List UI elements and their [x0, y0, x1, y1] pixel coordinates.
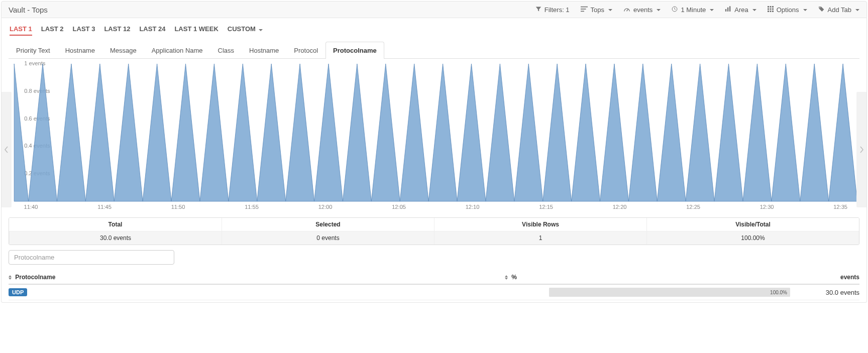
percent-label: 100.0%: [770, 290, 787, 295]
summary-header: Total: [9, 218, 222, 231]
col-pct[interactable]: %: [505, 274, 545, 281]
table-header: Protocolname % events: [9, 274, 859, 285]
svg-rect-15: [768, 11, 769, 12]
time-tab-last-3[interactable]: LAST 3: [73, 25, 95, 36]
col-tab-application-name[interactable]: Application Name: [144, 42, 210, 59]
svg-rect-1: [581, 9, 586, 10]
time-tab-last-24[interactable]: LAST 24: [139, 25, 165, 36]
gauge-icon: [623, 6, 630, 14]
tops-label: Tops: [591, 6, 604, 14]
col-tab-protocolname[interactable]: Protocolname: [325, 42, 384, 59]
chevron-left-icon: [4, 146, 9, 154]
svg-text:12:30: 12:30: [760, 204, 774, 210]
summary-header: Visible Rows: [434, 218, 646, 231]
topbar: Vault - Tops Filters: 1 Tops events: [1, 1, 867, 18]
caret-down-icon: [608, 9, 612, 11]
svg-rect-7: [727, 8, 728, 12]
area-label: Area: [734, 6, 748, 14]
caret-down-icon: [752, 9, 756, 11]
svg-text:11:55: 11:55: [245, 204, 259, 210]
col-tab-protocol[interactable]: Protocol: [286, 42, 325, 59]
col-tab-hostname[interactable]: Hostname: [58, 42, 102, 59]
options-dropdown[interactable]: Options: [768, 6, 807, 14]
filter-icon: [535, 6, 541, 14]
svg-text:12:10: 12:10: [466, 204, 480, 210]
col-tab-message[interactable]: Message: [102, 42, 144, 59]
protocol-badge: UDP: [9, 288, 27, 296]
col-protocolname[interactable]: Protocolname: [9, 274, 501, 281]
svg-rect-0: [581, 7, 588, 8]
svg-text:11:50: 11:50: [171, 204, 185, 210]
summary-header: Selected: [222, 218, 434, 231]
svg-rect-8: [729, 6, 730, 12]
svg-text:12:20: 12:20: [613, 204, 627, 210]
filters-label: Filters: 1: [545, 6, 570, 14]
svg-text:12:00: 12:00: [318, 204, 333, 210]
area-dropdown[interactable]: Area: [725, 6, 756, 14]
summary-header: Visible/Total: [646, 218, 859, 231]
sort-icon: [505, 275, 508, 280]
time-tab-custom[interactable]: CUSTOM: [228, 25, 263, 36]
svg-rect-17: [772, 11, 774, 12]
svg-rect-9: [768, 6, 769, 8]
svg-rect-11: [772, 6, 774, 8]
caret-down-icon: [259, 29, 263, 31]
svg-rect-12: [768, 9, 769, 10]
summary-value: 100.00%: [646, 231, 859, 245]
area-chart: 0.2 events0.4 events0.6 events0.8 events…: [9, 61, 859, 211]
summary-value: 0 events: [222, 231, 434, 245]
grid-icon: [768, 6, 774, 14]
col-events[interactable]: events: [794, 274, 859, 281]
chart-prev-button[interactable]: [2, 92, 12, 207]
svg-text:12:15: 12:15: [539, 204, 553, 210]
svg-text:11:45: 11:45: [97, 204, 112, 210]
svg-text:1 events: 1 events: [24, 61, 45, 66]
column-tabs: Priority TextHostnameMessageApplication …: [9, 42, 859, 59]
events-label: events: [633, 6, 653, 14]
svg-text:11:40: 11:40: [24, 204, 38, 210]
svg-rect-10: [770, 6, 771, 8]
protocolname-filter-input[interactable]: [9, 250, 174, 265]
events-dropdown[interactable]: events: [623, 6, 661, 14]
page-title: Vault - Tops: [9, 6, 48, 14]
topbar-right: Filters: 1 Tops events 1 Minute: [535, 6, 859, 14]
chart-next-button[interactable]: [856, 92, 866, 207]
summary-stats: TotalSelectedVisible RowsVisible/Total30…: [9, 217, 859, 245]
tops-dropdown[interactable]: Tops: [581, 6, 612, 14]
svg-text:12:35: 12:35: [833, 204, 847, 210]
percent-bar: 100.0%: [549, 288, 790, 297]
svg-rect-6: [725, 9, 726, 12]
interval-label: 1 Minute: [681, 6, 706, 14]
chart-zone: 0.2 events0.4 events0.6 events0.8 events…: [9, 61, 859, 211]
time-tab-last-12[interactable]: LAST 12: [104, 25, 130, 36]
col-tab-class[interactable]: Class: [210, 42, 242, 59]
col-tab-hostname[interactable]: Hostname: [242, 42, 286, 59]
svg-rect-16: [770, 11, 771, 12]
bars-icon: [581, 6, 588, 14]
sort-icon: [9, 275, 12, 280]
interval-dropdown[interactable]: 1 Minute: [672, 6, 714, 14]
time-tab-last-1-week[interactable]: LAST 1 WEEK: [174, 25, 218, 36]
filters-button[interactable]: Filters: 1: [535, 6, 570, 14]
add-tab-label: Add Tab: [828, 6, 851, 14]
clock-icon: [672, 6, 678, 14]
svg-rect-2: [581, 11, 584, 12]
svg-text:0.8 events: 0.8 events: [24, 88, 50, 93]
tag-icon: [818, 6, 825, 14]
add-tab-dropdown[interactable]: Add Tab: [818, 6, 859, 14]
chevron-right-icon: [859, 146, 864, 154]
caret-down-icon: [803, 9, 807, 11]
caret-down-icon: [710, 9, 714, 11]
col-tab-priority-text[interactable]: Priority Text: [9, 42, 58, 59]
caret-down-icon: [657, 9, 661, 11]
svg-text:12:05: 12:05: [392, 204, 406, 210]
svg-rect-13: [770, 9, 771, 10]
svg-rect-14: [772, 9, 774, 10]
time-tab-last-1[interactable]: LAST 1: [10, 25, 32, 36]
time-tab-last-2[interactable]: LAST 2: [41, 25, 64, 36]
svg-line-4: [627, 9, 628, 11]
table-row[interactable]: UDP100.0%30.0 events: [9, 285, 859, 300]
summary-value: 30.0 events: [9, 231, 222, 245]
summary-value: 1: [434, 231, 646, 245]
svg-text:12:25: 12:25: [686, 204, 700, 210]
